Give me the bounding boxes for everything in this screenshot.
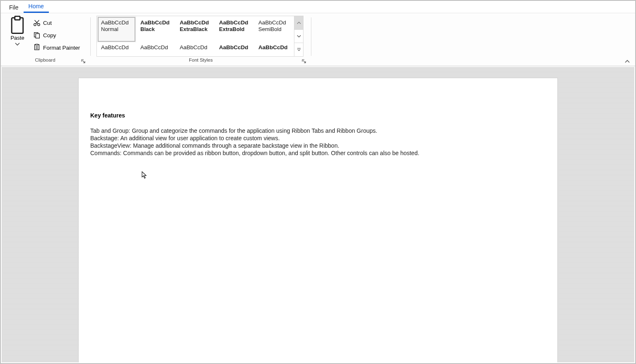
styles-gallery: AaBbCcDdNormalAaBbCcDdBlackAaBbCcDdExtra… xyxy=(96,16,304,57)
style-item[interactable]: AaBbCcDdExtraBold xyxy=(215,16,254,43)
style-item[interactable]: AaBbCcDdExtraBlack xyxy=(176,16,215,43)
document-workspace: Key features Tab and Group: Group and ca… xyxy=(2,67,634,362)
doc-paragraph: Tab and Group: Group and categorize the … xyxy=(90,127,546,134)
style-item[interactable]: AaBbCcDd xyxy=(254,43,294,56)
paste-button[interactable]: Paste xyxy=(4,15,31,57)
document-page[interactable]: Key features Tab and Group: Group and ca… xyxy=(78,78,558,362)
doc-paragraph: Commands: Commands can be provided as ri… xyxy=(90,149,546,157)
clipboard-paste-icon xyxy=(9,16,26,34)
style-sample: AaBbCcDd xyxy=(219,44,252,50)
svg-rect-7 xyxy=(36,44,38,45)
group-clipboard: Paste Cut xyxy=(1,13,89,66)
svg-rect-1 xyxy=(15,16,20,20)
copy-icon xyxy=(33,31,41,39)
ribbon-tabs: File Home xyxy=(1,1,635,13)
ribbon: Paste Cut xyxy=(1,13,635,66)
style-item[interactable]: AaBbCcDd xyxy=(215,43,254,56)
style-item[interactable]: AaBbCcDdBlack xyxy=(136,16,176,43)
style-item[interactable]: AaBbCcDdNormal xyxy=(97,16,136,43)
style-name: Black xyxy=(140,26,173,32)
style-name: SemiBold xyxy=(258,26,291,32)
chevron-down-icon xyxy=(15,40,20,48)
tab-file[interactable]: File xyxy=(4,2,24,13)
style-sample: AaBbCcDd xyxy=(140,44,173,50)
doc-paragraph: BackstageView: Manage additional command… xyxy=(90,142,546,149)
doc-heading: Key features xyxy=(90,112,546,119)
style-name: Normal xyxy=(101,26,134,32)
group-separator xyxy=(311,17,311,56)
style-sample: AaBbCcDd xyxy=(180,19,212,26)
clipboard-dialog-launcher[interactable] xyxy=(80,59,86,65)
styles-scroll-up[interactable] xyxy=(294,16,303,30)
format-painter-button[interactable]: Format Painter xyxy=(31,41,82,54)
scissors-icon xyxy=(33,19,41,26)
style-name: ExtraBlack xyxy=(180,26,212,32)
cut-label: Cut xyxy=(43,20,52,26)
group-font-styles-label: Font Styles xyxy=(189,57,213,62)
style-sample: AaBbCcDd xyxy=(258,19,291,26)
font-styles-dialog-launcher[interactable] xyxy=(301,59,307,65)
styles-scroll-controls xyxy=(294,16,303,56)
style-item[interactable]: AaBbCcDd xyxy=(176,43,215,56)
format-painter-icon xyxy=(33,44,41,51)
svg-rect-5 xyxy=(36,34,39,38)
style-name: ExtraBold xyxy=(219,26,252,32)
style-sample: AaBbCcDd xyxy=(101,19,134,26)
group-font-styles: AaBbCcDdNormalAaBbCcDdBlackAaBbCcDdExtra… xyxy=(92,13,310,66)
tab-home[interactable]: Home xyxy=(24,0,49,13)
group-clipboard-label: Clipboard xyxy=(35,57,55,62)
cut-button[interactable]: Cut xyxy=(31,17,82,29)
copy-label: Copy xyxy=(43,32,56,38)
style-item[interactable]: AaBbCcDdSemiBold xyxy=(254,16,294,43)
style-sample: AaBbCcDd xyxy=(258,44,291,50)
style-sample: AaBbCcDd xyxy=(101,44,134,50)
ribbon-collapse-button[interactable] xyxy=(624,59,631,64)
app-window: File Home Paste xyxy=(0,0,636,364)
style-item[interactable]: AaBbCcDd xyxy=(97,43,136,56)
style-sample: AaBbCcDd xyxy=(140,19,173,26)
doc-paragraph: Backstage: An additional view for user a… xyxy=(90,134,546,142)
styles-expand[interactable] xyxy=(294,43,303,56)
group-separator xyxy=(90,17,91,56)
style-item[interactable]: AaBbCcDd xyxy=(136,43,176,56)
copy-button[interactable]: Copy xyxy=(31,29,82,41)
format-painter-label: Format Painter xyxy=(43,45,80,51)
style-sample: AaBbCcDd xyxy=(219,19,252,26)
style-sample: AaBbCcDd xyxy=(180,44,212,50)
styles-scroll-down[interactable] xyxy=(294,30,303,43)
